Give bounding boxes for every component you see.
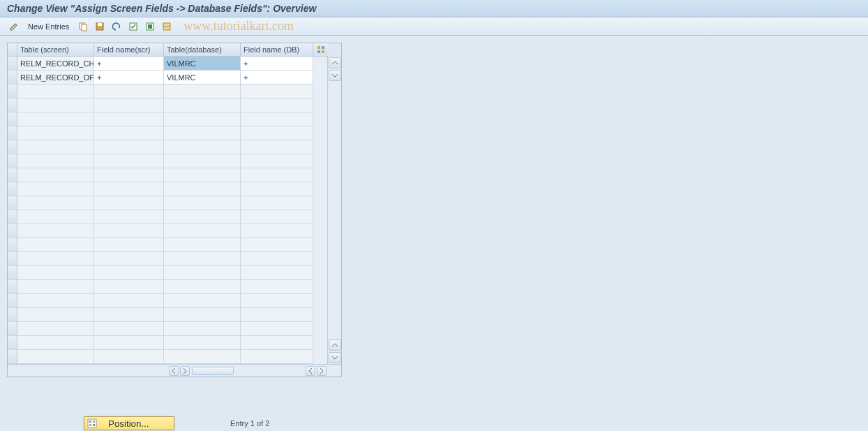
cell-empty[interactable] [94,168,164,182]
cell-empty[interactable] [241,266,313,280]
cell-empty[interactable] [164,85,241,98]
cell-empty[interactable] [94,266,164,280]
cell-empty[interactable] [17,182,94,196]
new-entries-button[interactable]: New Entries [24,20,73,34]
cell-empty[interactable] [164,238,241,252]
row-selector[interactable] [8,154,17,168]
cell-empty[interactable] [164,280,241,294]
row-selector[interactable] [8,350,17,364]
row-selector[interactable] [8,196,17,210]
cell-empty[interactable] [17,85,94,98]
column-header-table-db[interactable]: Table(database) [164,43,241,57]
cell-empty[interactable] [164,98,241,112]
cell-empty[interactable] [241,140,313,154]
row-selector[interactable] [8,182,17,196]
cell-empty[interactable] [241,238,313,252]
cell-empty[interactable] [94,126,164,140]
cell-empty[interactable] [241,336,313,350]
cell-empty[interactable] [94,336,164,350]
cell-empty[interactable] [164,182,241,196]
cell-empty[interactable] [17,154,94,168]
cell-empty[interactable] [164,112,241,126]
scroll-down-button[interactable] [329,352,341,363]
hscroll-thumb[interactable] [192,367,234,375]
cell-empty[interactable] [164,168,241,182]
scroll-up-button[interactable] [329,57,341,68]
row-selector[interactable] [8,71,17,85]
cell-empty[interactable] [241,350,313,364]
toggle-display-change-button[interactable] [7,20,21,34]
cell-empty[interactable] [17,196,94,210]
cell-empty[interactable] [164,154,241,168]
cell-empty[interactable] [164,294,241,308]
cell-empty[interactable] [17,98,94,112]
cell-empty[interactable] [17,350,94,364]
cell-empty[interactable] [94,252,164,266]
row-selector[interactable] [8,85,17,98]
scroll-right-button[interactable] [317,366,327,376]
row-selector[interactable] [8,57,17,71]
cell-field-scr[interactable]: + [94,57,164,71]
cell-table-screen[interactable]: RELM_RECORD_CH… [17,57,94,71]
cell-empty[interactable] [94,280,164,294]
cell-empty[interactable] [94,196,164,210]
cell-empty[interactable] [241,210,313,224]
scroll-left-button[interactable] [306,366,315,376]
cell-field-scr[interactable]: + [94,71,164,85]
row-selector[interactable] [8,126,17,140]
scroll-down-button[interactable] [329,70,341,81]
cell-empty[interactable] [241,168,313,182]
cell-empty[interactable] [241,280,313,294]
row-selector[interactable] [8,266,17,280]
cell-empty[interactable] [17,294,94,308]
cell-empty[interactable] [241,182,313,196]
cell-empty[interactable] [241,196,313,210]
cell-empty[interactable] [94,154,164,168]
cell-table-screen[interactable]: RELM_RECORD_OF… [17,71,94,85]
cell-empty[interactable] [94,112,164,126]
position-button[interactable]: Position... [84,416,174,430]
cell-empty[interactable] [94,308,164,322]
cell-table-db[interactable]: VILMRC [164,57,241,71]
cell-empty[interactable] [94,322,164,336]
cell-empty[interactable] [17,126,94,140]
cell-empty[interactable] [241,98,313,112]
cell-empty[interactable] [17,238,94,252]
cell-empty[interactable] [164,140,241,154]
row-selector[interactable] [8,294,17,308]
cell-field-db[interactable]: + [241,71,313,85]
cell-empty[interactable] [94,238,164,252]
row-selector[interactable] [8,210,17,224]
cell-empty[interactable] [241,308,313,322]
cell-empty[interactable] [17,168,94,182]
grid-corner[interactable] [8,43,17,57]
scroll-right-button[interactable] [180,366,190,376]
row-selector[interactable] [8,336,17,350]
cell-empty[interactable] [241,85,313,98]
cell-empty[interactable] [164,350,241,364]
column-header-table-screen[interactable]: Table (screen) [17,43,94,57]
cell-empty[interactable] [164,308,241,322]
row-selector[interactable] [8,252,17,266]
copy-button[interactable] [76,20,90,34]
row-selector[interactable] [8,168,17,182]
cell-empty[interactable] [241,322,313,336]
cell-empty[interactable] [164,266,241,280]
grid-configure-button[interactable] [313,43,329,57]
column-header-field-scr[interactable]: Field name(scr) [94,43,164,57]
cell-empty[interactable] [164,196,241,210]
scroll-up-button[interactable] [329,339,341,351]
select-all-button[interactable] [126,20,140,34]
row-selector[interactable] [8,98,17,112]
row-selector[interactable] [8,224,17,238]
cell-empty[interactable] [94,224,164,238]
horizontal-scrollbar[interactable] [8,364,341,377]
scroll-left-button[interactable] [169,366,179,376]
cell-empty[interactable] [94,182,164,196]
cell-empty[interactable] [17,308,94,322]
cell-empty[interactable] [241,252,313,266]
cell-empty[interactable] [94,98,164,112]
cell-empty[interactable] [17,252,94,266]
cell-empty[interactable] [17,210,94,224]
cell-empty[interactable] [94,210,164,224]
